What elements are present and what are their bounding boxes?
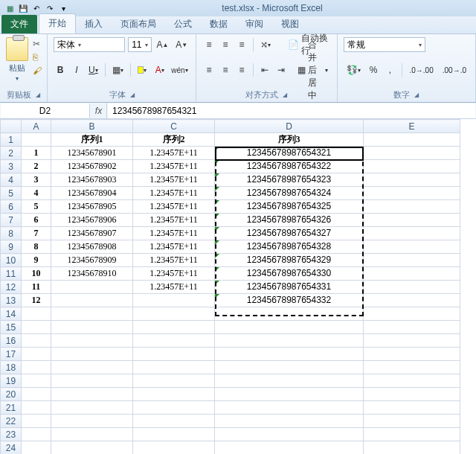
cell[interactable] (364, 294, 460, 307)
cell[interactable] (364, 348, 460, 361)
paste-button[interactable]: 粘贴 ▾ (6, 37, 28, 82)
comma-format-icon[interactable]: , (384, 63, 397, 77)
cell[interactable] (22, 348, 51, 361)
cell[interactable]: 6 (22, 214, 51, 227)
cell[interactable]: 12345678987654326 (215, 214, 364, 227)
cell[interactable]: 1.23457E+11 (133, 214, 215, 227)
cell[interactable] (51, 334, 133, 348)
decrease-indent-icon[interactable]: ⇤ (258, 63, 271, 77)
cell[interactable] (364, 254, 460, 267)
cell[interactable]: 12345678904 (51, 187, 133, 200)
dialog-launcher-icon[interactable]: ◢ (283, 92, 287, 98)
cell[interactable] (364, 361, 460, 374)
cell[interactable] (22, 441, 51, 455)
cell[interactable] (364, 281, 460, 294)
cell[interactable] (133, 388, 215, 401)
cell[interactable]: 4 (22, 187, 51, 200)
cell[interactable]: 1.23457E+11 (133, 254, 215, 267)
fill-color-button[interactable]: ▾ (135, 63, 149, 77)
qat-more-icon[interactable]: ▾ (58, 3, 68, 13)
cell[interactable] (364, 214, 460, 227)
row-header[interactable]: 12 (1, 281, 22, 294)
cell[interactable]: 1.23457E+11 (133, 160, 215, 173)
row-header[interactable]: 16 (1, 334, 22, 348)
cell[interactable]: 12345678907 (51, 227, 133, 240)
row-header[interactable]: 8 (1, 227, 22, 240)
row-header[interactable]: 5 (1, 187, 22, 200)
align-center-icon[interactable]: ≡ (219, 63, 232, 77)
cell[interactable] (22, 388, 51, 401)
row-header[interactable]: 15 (1, 321, 22, 334)
cell[interactable]: 2 (22, 160, 51, 173)
align-middle-icon[interactable]: ≡ (219, 37, 232, 52)
cell[interactable] (133, 428, 215, 441)
cell[interactable]: 1.23457E+11 (133, 173, 215, 187)
cell[interactable]: 12345678902 (51, 160, 133, 173)
cell[interactable] (133, 307, 215, 321)
cell[interactable] (51, 388, 133, 401)
cell[interactable] (133, 348, 215, 361)
cell[interactable] (22, 374, 51, 388)
row-header[interactable]: 7 (1, 214, 22, 227)
row-header[interactable]: 1 (1, 133, 22, 147)
cell[interactable]: 7 (22, 227, 51, 240)
undo-icon[interactable]: ↶ (31, 3, 42, 13)
cell[interactable] (215, 361, 364, 374)
cell[interactable] (364, 388, 460, 401)
tab-file[interactable]: 文件 (1, 15, 37, 33)
tab-layout[interactable]: 页面布局 (112, 15, 165, 33)
italic-button[interactable]: I (70, 63, 83, 77)
dialog-launcher-icon[interactable]: ◢ (414, 92, 419, 98)
cell[interactable] (364, 321, 460, 334)
row-header[interactable]: 14 (1, 307, 22, 321)
row-header[interactable]: 21 (1, 401, 22, 415)
align-right-icon[interactable]: ≡ (235, 63, 248, 77)
font-color-button[interactable]: A▾ (152, 63, 166, 77)
cell[interactable] (51, 361, 133, 374)
underline-button[interactable]: U▾ (86, 63, 100, 77)
cell[interactable]: 12345678987654332 (215, 294, 364, 307)
font-name-combo[interactable]: 宋体▾ (54, 37, 125, 52)
copy-icon[interactable]: ⎘ (33, 52, 43, 63)
cell[interactable]: 12345678906 (51, 214, 133, 227)
cell[interactable] (364, 415, 460, 428)
fx-icon[interactable]: fx (91, 103, 107, 118)
col-header-B[interactable]: B (51, 120, 133, 133)
cell[interactable] (215, 401, 364, 415)
cell[interactable]: 1.23457E+11 (133, 267, 215, 281)
row-header[interactable]: 4 (1, 173, 22, 187)
redo-icon[interactable]: ↷ (45, 3, 55, 13)
cell[interactable]: 10 (22, 267, 51, 281)
tab-home[interactable]: 开始 (39, 13, 76, 33)
align-left-icon[interactable]: ≡ (202, 63, 216, 77)
cell[interactable]: 12345678905 (51, 200, 133, 214)
cell[interactable] (51, 415, 133, 428)
merge-center-button[interactable]: ▦合并后居中▾ (295, 63, 330, 77)
cell[interactable] (215, 321, 364, 334)
cell[interactable] (364, 267, 460, 281)
cell[interactable] (364, 374, 460, 388)
format-painter-icon[interactable]: 🖌 (33, 65, 43, 76)
percent-format-icon[interactable]: % (367, 63, 381, 77)
col-header-C[interactable]: C (133, 120, 215, 133)
cell[interactable]: 序列1 (51, 133, 133, 147)
cell[interactable]: 1.23457E+11 (133, 147, 215, 160)
row-header[interactable]: 3 (1, 160, 22, 173)
cell[interactable]: 12345678910 (51, 267, 133, 281)
cell[interactable] (22, 334, 51, 348)
cell[interactable] (133, 374, 215, 388)
cell[interactable]: 12345678901 (51, 147, 133, 160)
cell[interactable]: 12345678903 (51, 173, 133, 187)
tab-review[interactable]: 审阅 (237, 15, 272, 33)
cell[interactable]: 12345678987654331 (215, 281, 364, 294)
cell[interactable] (22, 361, 51, 374)
row-header[interactable]: 10 (1, 254, 22, 267)
save-icon[interactable]: 💾 (18, 3, 28, 13)
tab-view[interactable]: 视图 (272, 15, 308, 33)
cell[interactable] (364, 133, 460, 147)
cell[interactable] (133, 294, 215, 307)
cell[interactable]: 12345678987654329 (215, 254, 364, 267)
cell[interactable] (51, 281, 133, 294)
number-format-combo[interactable]: 常规▾ (344, 37, 425, 52)
cell[interactable] (22, 428, 51, 441)
